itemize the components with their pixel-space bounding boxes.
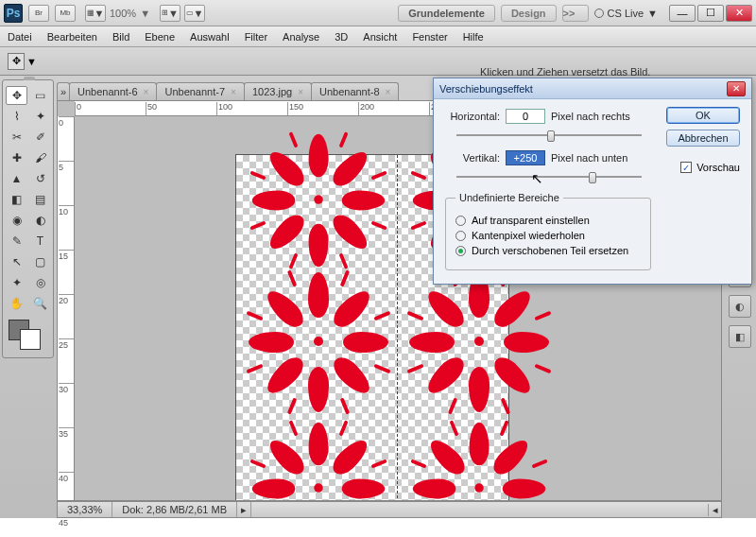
wand-tool[interactable]: ✦ — [29, 107, 51, 126]
document-tabs: » Unbenannt-6× Unbenannt-7× 1023.jpg× Un… — [57, 79, 398, 100]
menu-analyse[interactable]: Analyse — [283, 31, 319, 43]
radio-icon — [455, 231, 466, 241]
radio-wrap-around[interactable]: Durch verschobenen Teil ersetzen — [455, 245, 641, 256]
move-tool[interactable]: ✥ — [6, 86, 27, 105]
eyedropper-tool[interactable]: ✐ — [29, 128, 51, 147]
radio-repeat-edge[interactable]: Kantenpixel wiederholen — [455, 230, 641, 241]
shape-tool[interactable]: ▢ — [29, 252, 51, 271]
cslive-button[interactable]: CS Live ▼ — [594, 8, 658, 19]
crop-tool[interactable]: ✂ — [6, 128, 27, 147]
vertical-slider[interactable] — [456, 169, 642, 184]
window-minimize[interactable]: — — [669, 5, 696, 22]
ok-button[interactable]: OK — [666, 107, 740, 124]
cancel-button[interactable]: Abbrechen — [666, 130, 740, 147]
titlebar: Ps Br Mb ▦▼ 100% ▼ ⊞▼ ▭▼ Grundelemente D… — [0, 0, 756, 26]
menu-bearbeiten[interactable]: Bearbeiten — [47, 31, 97, 43]
menu-bild[interactable]: Bild — [112, 31, 129, 43]
zoom-value[interactable]: 100% — [110, 8, 136, 19]
menu-ebene[interactable]: Ebene — [145, 31, 175, 43]
photoshop-icon: Ps — [4, 4, 23, 23]
horizontal-unit: Pixel nach rechts — [551, 111, 630, 122]
minibridge-button[interactable]: Mb — [55, 5, 76, 22]
status-arrow-icon[interactable]: ▸ — [237, 502, 251, 517]
menu-auswahl[interactable]: Auswahl — [190, 31, 230, 43]
screen-icon[interactable]: ▭▼ — [184, 5, 205, 22]
brush-tool[interactable]: 🖌 — [29, 148, 51, 167]
stamp-tool[interactable]: ▲ — [6, 169, 27, 188]
dialog-titlebar[interactable]: Verschiebungseffekt ✕ — [434, 78, 751, 99]
panel-icon[interactable]: ◧ — [729, 325, 751, 348]
menu-hilfe[interactable]: Hilfe — [463, 31, 484, 43]
dialog-close-icon[interactable]: ✕ — [727, 81, 746, 96]
panel-icon[interactable]: ◐ — [729, 295, 751, 318]
view-icon[interactable]: ⊞▼ — [160, 5, 180, 22]
menu-ansicht[interactable]: Ansicht — [363, 31, 397, 43]
status-docinfo[interactable]: Dok: 2,86 MB/2,61 MB — [112, 502, 237, 517]
slider-thumb[interactable] — [589, 172, 596, 183]
group-legend: Undefinierte Bereiche — [455, 192, 563, 203]
window-maximize[interactable]: ☐ — [697, 5, 724, 22]
workspace-grundelemente[interactable]: Grundelemente — [398, 5, 495, 22]
path-tool[interactable]: ↖ — [6, 252, 27, 271]
zoom-tool[interactable]: 🔍 — [29, 294, 51, 313]
lasso-tool[interactable]: ⌇ — [6, 107, 27, 126]
tab-close-icon[interactable]: × — [231, 87, 236, 97]
color-swatch[interactable] — [6, 318, 51, 352]
dialog-title: Verschiebungseffekt — [439, 83, 533, 95]
horizontal-slider[interactable] — [456, 128, 642, 143]
3d-tool[interactable]: ✦ — [6, 273, 27, 292]
doc-tab[interactable]: Unbenannt-6× — [69, 82, 157, 100]
doc-tab[interactable]: Unbenannt-8× — [311, 82, 399, 100]
tab-close-icon[interactable]: × — [144, 87, 149, 97]
menu-fenster[interactable]: Fenster — [412, 31, 447, 43]
undefined-areas-group: Undefinierte Bereiche Auf transparent ei… — [445, 192, 651, 270]
doc-tab[interactable]: 1023.jpg× — [244, 82, 312, 100]
layout-icon[interactable]: ▦▼ — [85, 5, 106, 22]
scroll-left-icon[interactable]: ◂ — [708, 504, 721, 516]
ruler-vertical[interactable]: 051015202530354045 — [58, 116, 75, 500]
tools-panel: ✥ ▭ ⌇ ✦ ✂ ✐ ✚ 🖌 ▲ ↺ ◧ ▤ ◉ ◐ ✎ T ↖ ▢ ✦ ◎ … — [2, 79, 54, 358]
status-bar: 33,33% Dok: 2,86 MB/2,61 MB ▸ ◂ — [57, 501, 722, 518]
dropdown-icon: ▼ — [647, 8, 658, 19]
slider-thumb[interactable] — [547, 130, 555, 142]
horizontal-label: Horizontal: — [445, 111, 500, 122]
radio-label: Durch verschobenen Teil ersetzen — [472, 245, 628, 256]
radio-icon — [455, 246, 466, 256]
move-tool-indicator[interactable]: ✥ — [8, 53, 25, 70]
tab-close-icon[interactable]: × — [298, 87, 303, 97]
preview-label: Vorschau — [696, 162, 740, 173]
eraser-tool[interactable]: ◧ — [6, 190, 27, 209]
pen-tool[interactable]: ✎ — [6, 232, 27, 251]
heal-tool[interactable]: ✚ — [6, 148, 27, 167]
menu-filter[interactable]: Filter — [245, 31, 267, 43]
status-zoom[interactable]: 33,33% — [58, 502, 112, 517]
horizontal-input[interactable]: 0 — [506, 109, 545, 124]
workspace-more[interactable]: >> — [562, 5, 589, 22]
type-tool[interactable]: T — [29, 232, 51, 251]
marquee-tool[interactable]: ▭ — [29, 86, 51, 105]
radio-transparent[interactable]: Auf transparent einstellen — [455, 215, 641, 226]
cslive-label: CS Live — [608, 8, 644, 19]
window-close[interactable]: ✕ — [726, 5, 752, 22]
hand-tool[interactable]: ✋ — [6, 294, 27, 313]
dropdown-icon[interactable]: ▼ — [26, 56, 37, 67]
dodge-tool[interactable]: ◐ — [29, 211, 51, 230]
blur-tool[interactable]: ◉ — [6, 211, 27, 230]
history-brush-tool[interactable]: ↺ — [29, 169, 51, 188]
workspace-design[interactable]: Design — [501, 5, 557, 22]
bridge-button[interactable]: Br — [28, 5, 49, 22]
menu-datei[interactable]: Datei — [8, 31, 32, 43]
gradient-tool[interactable]: ▤ — [29, 190, 51, 209]
preview-checkbox[interactable]: ✓ Vorschau — [680, 162, 740, 173]
doc-tab[interactable]: Unbenannt-7× — [156, 82, 244, 100]
camera-tool[interactable]: ◎ — [29, 273, 51, 292]
tab-label: Unbenannt-8 — [319, 86, 380, 97]
tab-handle[interactable]: » — [57, 82, 70, 100]
tab-close-icon[interactable]: × — [386, 87, 391, 97]
menu-3d[interactable]: 3D — [335, 31, 348, 43]
background-color[interactable] — [20, 329, 41, 350]
vertical-input[interactable]: +250 — [506, 150, 545, 165]
radio-icon — [455, 216, 466, 226]
radio-label: Auf transparent einstellen — [472, 215, 590, 226]
dropdown-icon[interactable]: ▼ — [140, 8, 150, 19]
